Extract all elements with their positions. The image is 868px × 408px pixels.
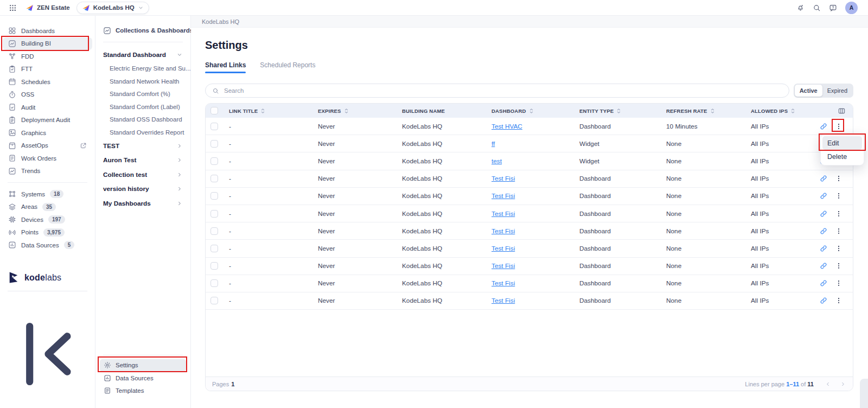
app-grid-icon[interactable] bbox=[9, 4, 17, 12]
dashboard-link[interactable]: Test Fisi bbox=[492, 210, 515, 218]
row-checkbox[interactable] bbox=[210, 140, 218, 148]
link-icon[interactable] bbox=[820, 262, 827, 270]
help-icon[interactable] bbox=[829, 4, 837, 12]
kebab-icon[interactable] bbox=[835, 210, 843, 218]
column-header-link-title[interactable]: LINK TITLE bbox=[223, 107, 312, 114]
dashboard-item-standard-network-health[interactable]: Standard Network Health bbox=[95, 75, 190, 88]
kebab-icon[interactable] bbox=[835, 245, 843, 252]
sidebar-item-areas[interactable]: Areas35 bbox=[3, 201, 92, 214]
dashboard-link[interactable]: Test Fisi bbox=[492, 297, 515, 304]
sidebar-item-graphics[interactable]: Graphics bbox=[3, 126, 92, 139]
link-icon[interactable] bbox=[820, 210, 827, 218]
column-header-refresh-rate[interactable]: REFRESH RATE bbox=[660, 107, 745, 114]
collection-group-version-history[interactable]: version history bbox=[95, 182, 190, 196]
dashboard-link[interactable]: Test Fisi bbox=[492, 192, 515, 200]
sidebar-item-dashboards[interactable]: Dashboards bbox=[3, 24, 92, 37]
panel-item-data-sources[interactable]: Data Sources bbox=[100, 372, 186, 385]
dashboard-link[interactable]: ff bbox=[492, 140, 495, 148]
tab-scheduled-reports[interactable]: Scheduled Reports bbox=[260, 61, 315, 73]
sidebar-item-ftt[interactable]: FTT bbox=[3, 63, 92, 76]
dashboard-link[interactable]: Test Fisi bbox=[492, 175, 515, 182]
kebab-icon[interactable] bbox=[835, 279, 843, 287]
column-header-dashboard[interactable]: DASHBOARD bbox=[486, 107, 573, 114]
kebab-icon[interactable] bbox=[835, 227, 843, 235]
sidebar-item-deployment-audit[interactable]: Deployment Audit bbox=[3, 114, 92, 127]
kebab-icon[interactable] bbox=[835, 192, 843, 200]
collection-group-auron-test[interactable]: Auron Test bbox=[95, 153, 190, 168]
row-checkbox[interactable] bbox=[210, 192, 218, 200]
context-menu-edit[interactable]: Edit bbox=[822, 136, 862, 150]
link-icon[interactable] bbox=[820, 245, 827, 252]
sidebar-item-systems[interactable]: Systems18 bbox=[3, 188, 92, 201]
select-all-checkbox[interactable] bbox=[210, 107, 218, 114]
search-input[interactable] bbox=[223, 87, 782, 94]
link-icon[interactable] bbox=[820, 192, 827, 200]
link-icon[interactable] bbox=[820, 279, 827, 287]
dashboard-item-standard-oss-dashboard[interactable]: Standard OSS Dashboard bbox=[95, 113, 190, 126]
collection-group-collection-test[interactable]: Collection test bbox=[95, 168, 190, 182]
sidebar-item-assetops[interactable]: AssetOps bbox=[3, 139, 92, 152]
kebab-icon[interactable] bbox=[835, 123, 843, 130]
link-icon[interactable] bbox=[820, 297, 827, 304]
sidebar-item-trends[interactable]: Trends bbox=[3, 165, 92, 178]
sidebar-item-data-sources[interactable]: Data Sources5 bbox=[3, 239, 92, 252]
row-checkbox[interactable] bbox=[210, 123, 218, 130]
avatar[interactable]: A bbox=[845, 2, 858, 14]
dashboard-link[interactable]: Test Fisi bbox=[492, 262, 515, 270]
dashboard-item-electric-energy-site-and-su[interactable]: Electric Energy Site and Su... bbox=[95, 62, 190, 75]
column-header-entity-type[interactable]: ENTITY TYPE bbox=[573, 107, 660, 114]
row-checkbox[interactable] bbox=[210, 227, 218, 235]
dashboard-item-standard-overrides-report[interactable]: Standard Overrides Report bbox=[95, 126, 190, 139]
dashboard-link[interactable]: test bbox=[492, 157, 502, 165]
filter-expired[interactable]: Expired bbox=[822, 85, 852, 97]
panel-item-settings[interactable]: Settings bbox=[100, 359, 186, 372]
row-checkbox[interactable] bbox=[210, 175, 218, 182]
column-header-expires[interactable]: EXPIRES bbox=[312, 107, 396, 114]
next-page-icon[interactable] bbox=[840, 381, 846, 387]
previous-page-icon[interactable] bbox=[825, 381, 831, 387]
tab-shared-links[interactable]: Shared Links bbox=[205, 61, 246, 73]
link-icon[interactable] bbox=[820, 227, 827, 235]
scrollbar-stub[interactable] bbox=[860, 379, 868, 408]
sidebar-item-devices[interactable]: Devices197 bbox=[3, 213, 92, 226]
sidebar-item-oss[interactable]: OSS bbox=[3, 88, 92, 101]
link-icon[interactable] bbox=[820, 123, 827, 130]
sidebar-item-audit[interactable]: Audit bbox=[3, 101, 92, 114]
workspace-brand[interactable]: ZEN Estate bbox=[25, 4, 70, 12]
kebab-icon[interactable] bbox=[835, 297, 843, 304]
kebab-icon[interactable] bbox=[835, 175, 843, 182]
dashboard-item-standard-comfort-label[interactable]: Standard Comfort (Label) bbox=[95, 100, 190, 113]
context-menu-delete[interactable]: Delete bbox=[822, 150, 862, 163]
building-selector[interactable]: KodeLabs HQ bbox=[76, 2, 149, 14]
collection-group-test[interactable]: TEST bbox=[95, 139, 190, 154]
collection-group-my-dashboards[interactable]: My Dashboards bbox=[95, 196, 190, 211]
collections-panel-header[interactable]: Collections & Dashboards bbox=[95, 24, 190, 36]
filter-active[interactable]: Active bbox=[795, 85, 822, 97]
breadcrumb[interactable]: KodeLabs HQ bbox=[191, 16, 868, 28]
dashboard-link[interactable]: Test Fisi bbox=[492, 227, 515, 235]
sidebar-item-points[interactable]: Points3,975 bbox=[3, 226, 92, 239]
row-checkbox[interactable] bbox=[210, 245, 218, 252]
sidebar-item-fdd[interactable]: FDD bbox=[3, 50, 92, 63]
row-checkbox[interactable] bbox=[210, 157, 218, 165]
row-checkbox[interactable] bbox=[210, 210, 218, 218]
column-header-building-name[interactable]: BUILDING NAME bbox=[396, 108, 486, 114]
row-checkbox[interactable] bbox=[210, 297, 218, 304]
dashboard-link[interactable]: Test Fisi bbox=[492, 279, 515, 287]
collapse-sidebar-icon[interactable] bbox=[0, 307, 95, 401]
sidebar-item-schedules[interactable]: Schedules bbox=[3, 75, 92, 88]
dashboard-link[interactable]: Test HVAC bbox=[492, 123, 522, 130]
row-checkbox[interactable] bbox=[210, 262, 218, 270]
kebab-icon[interactable] bbox=[835, 262, 843, 270]
columns-icon[interactable] bbox=[838, 107, 846, 115]
dashboard-link[interactable]: Test Fisi bbox=[492, 245, 515, 252]
row-checkbox[interactable] bbox=[210, 279, 218, 287]
column-header-allowed-ips[interactable]: ALLOWED IPS bbox=[745, 107, 815, 114]
notifications-icon[interactable] bbox=[796, 4, 805, 12]
panel-item-templates[interactable]: Templates bbox=[100, 385, 186, 398]
dashboard-item-standard-comfort[interactable]: Standard Comfort (%) bbox=[95, 88, 190, 101]
sidebar-item-building-bi[interactable]: Building BI bbox=[3, 37, 92, 50]
global-search-icon[interactable] bbox=[813, 4, 821, 12]
sidebar-item-work-orders[interactable]: Work Orders bbox=[3, 152, 92, 165]
collection-group-standard-dashboard[interactable]: Standard Dashboard bbox=[95, 48, 190, 62]
